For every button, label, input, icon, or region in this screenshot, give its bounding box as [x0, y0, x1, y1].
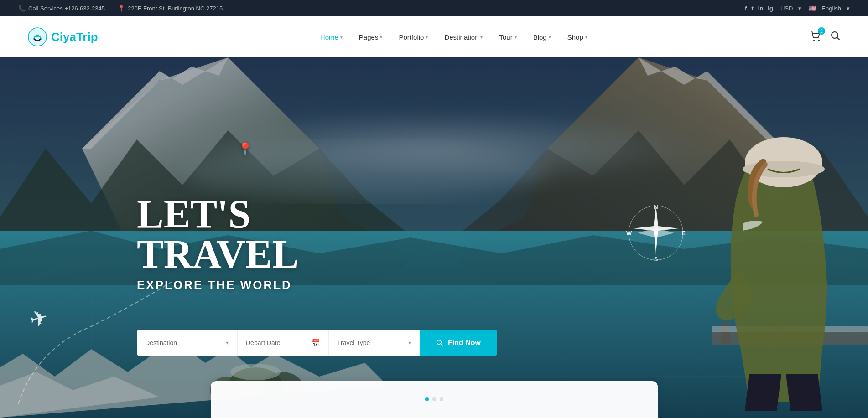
compass-star-svg [626, 203, 686, 263]
dot-3[interactable] [440, 397, 443, 401]
cart-button[interactable]: 2 [810, 30, 821, 44]
hero-text: LET'S TRAVEL EXPLORE THE WORLD [137, 194, 299, 292]
nav-item-home[interactable]: Home ▾ [314, 30, 349, 45]
destination-chevron: ▾ [480, 35, 483, 40]
phone-text: Call Services +126-632-2345 [28, 5, 105, 12]
social-icons: f t in ig [745, 5, 773, 12]
address-info: 📍 220E Front St. Burlington NC 27215 [118, 5, 223, 12]
travel-type-chevron: ▾ [408, 340, 411, 346]
address-text: 220E Front St. Burlington NC 27215 [128, 5, 223, 12]
linkedin-icon[interactable]: in [758, 5, 764, 12]
phone-info: 📞 Call Services +126-632-2345 [18, 5, 105, 12]
compass: N S E W [626, 203, 686, 263]
nav-item-shop[interactable]: Shop ▾ [561, 30, 594, 45]
person-svg [704, 110, 868, 411]
tour-chevron: ▾ [515, 35, 517, 40]
nav-item-portfolio[interactable]: Portfolio ▾ [392, 30, 434, 45]
location-icon: 📍 [118, 5, 125, 12]
language-selector[interactable]: 🇺🇸 English ▾ [809, 5, 850, 12]
destination-label: Destination [145, 339, 221, 346]
top-bar-right: f t in ig USD ▾ 🇺🇸 English ▾ [745, 5, 850, 12]
destination-chevron: ▾ [226, 340, 229, 346]
shop-chevron: ▾ [585, 35, 587, 40]
search-button[interactable] [831, 31, 841, 43]
currency-chevron: ▾ [798, 5, 801, 12]
bottom-card [211, 381, 658, 418]
logo-icon [27, 27, 47, 47]
svg-point-3 [818, 40, 820, 41]
hero-subtitle: EXPLORE THE WORLD [137, 278, 299, 292]
find-now-button[interactable]: Find Now [420, 330, 497, 356]
nav-item-blog[interactable]: Blog ▾ [527, 30, 557, 45]
calendar-icon: 📅 [311, 339, 320, 347]
logo-text: CiyaTrip [51, 30, 98, 44]
hero-section: 📍 ✈ N S E W LET'S TRAVEL EXPLORE THE WOR… [0, 57, 868, 418]
compass-west: W [626, 230, 632, 237]
blog-chevron: ▾ [549, 35, 551, 40]
person-figure [704, 110, 868, 411]
dot-1[interactable] [425, 397, 429, 401]
currency-label: USD [780, 5, 793, 12]
search-bar: Destination ▾ Depart Date 📅 Travel Type … [137, 330, 497, 356]
top-bar-left: 📞 Call Services +126-632-2345 📍 220E Fro… [18, 5, 223, 12]
compass-east: E [681, 230, 686, 237]
nav-item-tour[interactable]: Tour ▾ [493, 30, 523, 45]
facebook-icon[interactable]: f [745, 5, 747, 12]
pages-chevron: ▾ [380, 35, 382, 40]
cart-badge: 2 [818, 27, 825, 35]
top-bar: 📞 Call Services +126-632-2345 📍 220E Fro… [0, 0, 868, 16]
svg-point-2 [813, 40, 815, 41]
destination-field[interactable]: Destination ▾ [137, 330, 237, 356]
location-pin: 📍 [237, 142, 253, 157]
currency-selector[interactable]: USD ▾ [780, 5, 801, 12]
carousel-dots [425, 397, 443, 401]
logo[interactable]: CiyaTrip [27, 27, 98, 47]
search-icon [831, 31, 841, 41]
depart-label: Depart Date [246, 339, 306, 346]
compass-north: N [654, 203, 658, 210]
nav-item-destination[interactable]: Destination ▾ [438, 30, 489, 45]
dot-2[interactable] [432, 397, 436, 401]
portfolio-chevron: ▾ [426, 35, 428, 40]
depart-date-field[interactable]: Depart Date 📅 [237, 330, 328, 356]
travel-type-field[interactable]: Travel Type ▾ [328, 330, 420, 356]
language-chevron: ▾ [847, 5, 850, 12]
nav-item-pages[interactable]: Pages ▾ [353, 30, 389, 45]
navbar: CiyaTrip Home ▾ Pages ▾ Portfolio ▾ Dest… [0, 16, 868, 57]
nav-links: Home ▾ Pages ▾ Portfolio ▾ Destination ▾… [314, 30, 594, 45]
twitter-icon[interactable]: t [751, 5, 753, 12]
svg-point-32 [654, 231, 658, 235]
search-btn-icon [436, 339, 443, 346]
instagram-icon[interactable]: ig [768, 5, 773, 12]
language-label: English [821, 5, 841, 12]
flag-icon: 🇺🇸 [809, 5, 816, 12]
svg-point-1 [36, 35, 39, 37]
home-chevron: ▾ [340, 35, 343, 40]
travel-type-label: Travel Type [337, 339, 404, 346]
nav-right: 2 [810, 30, 841, 44]
compass-south: S [654, 256, 658, 263]
phone-icon: 📞 [18, 5, 26, 12]
hero-title: LET'S TRAVEL [137, 194, 299, 274]
